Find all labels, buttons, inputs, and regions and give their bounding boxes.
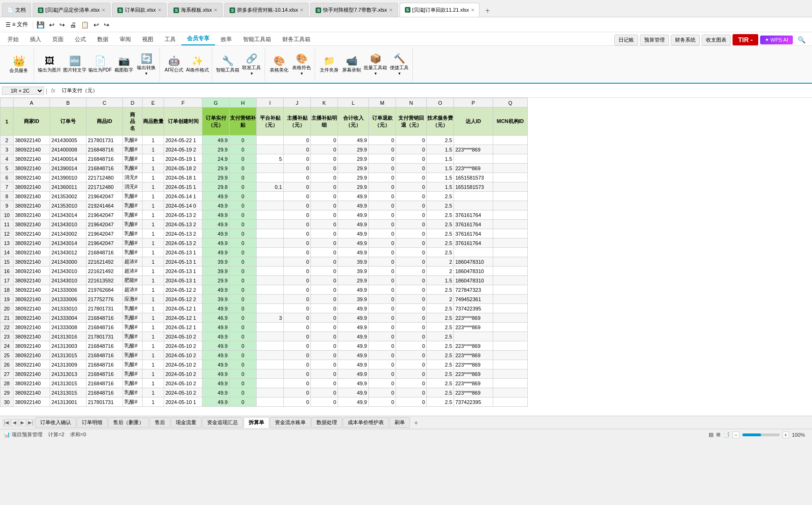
table-cell[interactable]: 0	[369, 323, 396, 332]
table-cell[interactable]: 380922140	[14, 145, 50, 154]
table-cell[interactable]: 0	[284, 332, 311, 341]
table-cell[interactable]: 737422395	[454, 397, 493, 407]
table-cell[interactable]: 0	[396, 257, 427, 267]
table-cell[interactable]: 0	[230, 304, 257, 313]
table-cell[interactable]: 0	[284, 295, 311, 304]
table-cell[interactable]: 49.9	[202, 285, 230, 295]
finance-sys-button[interactable]: 财务系统	[671, 35, 700, 45]
table-cell[interactable]: 0	[284, 285, 311, 295]
tab-t2-close[interactable]: ✕	[101, 7, 105, 13]
table-cell[interactable]	[493, 192, 528, 201]
table-cell[interactable]	[454, 192, 493, 201]
table-cell[interactable]	[493, 276, 528, 285]
table-cell[interactable]: 0	[311, 276, 338, 285]
table-cell[interactable]: 1	[143, 257, 164, 267]
table-cell[interactable]: 2024-05-19 1	[164, 154, 202, 164]
file-identity-btn[interactable]: 📁 文件夹身	[319, 55, 339, 73]
table-cell[interactable]: 2.5	[427, 313, 454, 323]
table-cell[interactable]: 49.9	[338, 341, 369, 351]
table-cell[interactable]	[493, 341, 528, 351]
table-cell[interactable]: 49.9	[338, 323, 369, 332]
table-cell[interactable]: 2024-05-14 0	[164, 201, 202, 210]
table-cell[interactable]: 0	[284, 276, 311, 285]
table-cell[interactable]: 241333006	[50, 295, 86, 304]
table-cell[interactable]: 380922140	[14, 351, 50, 360]
table-cell[interactable]: 241360011	[50, 182, 86, 192]
table-cell[interactable]: 223****869	[454, 323, 493, 332]
table-cell[interactable]	[257, 360, 284, 369]
table-cell[interactable]: 0	[311, 388, 338, 397]
table-cell[interactable]: 2.5	[427, 379, 454, 388]
table-cell[interactable]: 乳酸#	[123, 220, 143, 229]
table-cell[interactable]: 216848716	[86, 313, 123, 323]
convert-btn[interactable]: 🔄 输出转换 ▼	[136, 53, 157, 76]
table-cell[interactable]: 380922140	[14, 323, 50, 332]
table-cell[interactable]: 1	[143, 332, 164, 341]
col-header-n[interactable]: N	[396, 98, 427, 108]
table-cell[interactable]: 0	[284, 154, 311, 164]
table-cell[interactable]: 216848716	[86, 248, 123, 257]
table-cell[interactable]: 241343010	[50, 267, 86, 276]
table-cell[interactable]: 0	[369, 173, 396, 182]
table-cell[interactable]: 乳酸#	[123, 304, 143, 313]
table-cell[interactable]: 0	[230, 164, 257, 173]
table-cell[interactable]: 49.9	[202, 136, 230, 145]
table-cell[interactable]: 0	[230, 360, 257, 369]
table-cell[interactable]	[257, 369, 284, 379]
print-icon[interactable]: 🖨	[67, 20, 79, 30]
table-cell[interactable]: 0	[369, 388, 396, 397]
table-cell[interactable]: 0	[230, 201, 257, 210]
table-cell[interactable]: 49.9	[338, 351, 369, 360]
wps-ai-button[interactable]: ✦ WPS AI	[760, 36, 793, 44]
table-cell[interactable]: 1	[143, 238, 164, 248]
table-cell[interactable]: 241343014	[50, 210, 86, 220]
table-cell[interactable]: 2024-05-14 1	[164, 192, 202, 201]
col-header-f[interactable]: F	[164, 98, 202, 108]
table-cell[interactable]: 0	[396, 388, 427, 397]
table-cell[interactable]: 0	[230, 229, 257, 238]
table-cell[interactable]: 0	[311, 341, 338, 351]
table-cell[interactable]: 2024-05-10 1	[164, 397, 202, 407]
ribbon-tab-review[interactable]: 审阅	[114, 34, 137, 45]
col-header-i[interactable]: I	[257, 98, 284, 108]
table-cell[interactable]: 乳酸#	[123, 379, 143, 388]
table-cell[interactable]: 0	[230, 182, 257, 192]
table-cell[interactable]	[493, 295, 528, 304]
table-cell[interactable]: 39.9	[202, 257, 230, 267]
table-cell[interactable]: 0	[230, 285, 257, 295]
table-cell[interactable]: 376161764	[454, 210, 493, 220]
joint-tool-btn[interactable]: 🔗 联发工具 ▼	[241, 53, 262, 76]
table-cell[interactable]	[257, 201, 284, 210]
table-cell[interactable]: 241343010	[50, 276, 86, 285]
col-header-p[interactable]: P	[454, 98, 493, 108]
ribbon-tab-tools[interactable]: 工具	[159, 34, 181, 45]
table-cell[interactable]: 380922140	[14, 304, 50, 313]
table-cell[interactable]: 1.5	[427, 173, 454, 182]
table-cell[interactable]: 2024-05-18 1	[164, 173, 202, 182]
table-cell[interactable]: 2.5	[427, 360, 454, 369]
table-cell[interactable]: 380922140	[14, 397, 50, 407]
table-cell[interactable]: 2024-05-18 2	[164, 164, 202, 173]
table-cell[interactable]: 0	[369, 341, 396, 351]
table-cell[interactable]: 0	[396, 351, 427, 360]
table-cell[interactable]: 49.9	[202, 192, 230, 201]
table-cell[interactable]: 0	[369, 332, 396, 341]
table-cell[interactable]: 2024-05-10 2	[164, 341, 202, 351]
table-cell[interactable]: 1	[143, 154, 164, 164]
table-cell[interactable]: 29.9	[338, 145, 369, 154]
table-cell[interactable]	[257, 323, 284, 332]
table-cell[interactable]: 380922140	[14, 229, 50, 238]
table-cell[interactable]	[493, 285, 528, 295]
table-cell[interactable]: 241343014	[50, 238, 86, 248]
table-cell[interactable]	[493, 173, 528, 182]
table-cell[interactable]: 221621492	[86, 257, 123, 267]
table-cell[interactable]: 2.5	[427, 229, 454, 238]
table-cell[interactable]: 0	[284, 229, 311, 238]
table-cell[interactable]: 0	[369, 192, 396, 201]
sheet-tab-cashflow[interactable]: 现金流量	[171, 417, 201, 428]
col-header-m[interactable]: M	[369, 98, 396, 108]
table-cell[interactable]: 1	[143, 285, 164, 295]
table-cell[interactable]: 0	[396, 182, 427, 192]
ribbon-tab-finance[interactable]: 财务工具箱	[277, 34, 316, 45]
table-cell[interactable]: 49.9	[338, 360, 369, 369]
